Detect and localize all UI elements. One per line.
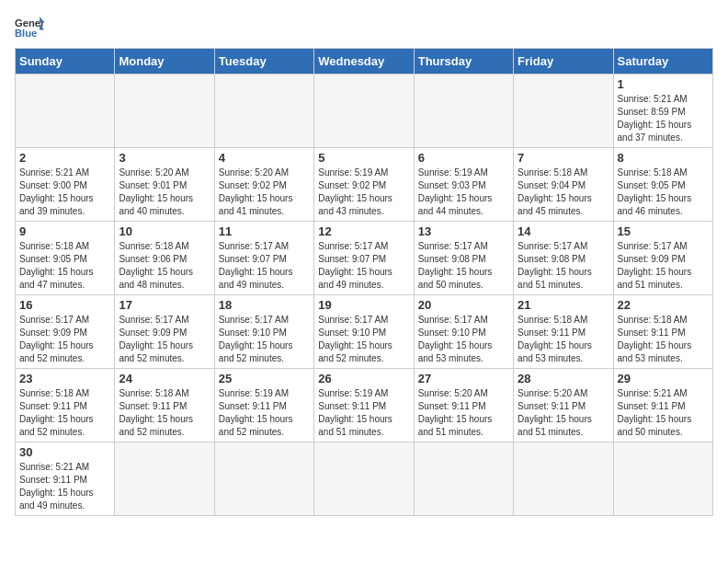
calendar-cell: 13Sunrise: 5:17 AM Sunset: 9:08 PM Dayli… bbox=[414, 222, 513, 295]
day-info: Sunrise: 5:21 AM Sunset: 9:11 PM Dayligh… bbox=[618, 387, 709, 439]
calendar-cell: 9Sunrise: 5:18 AM Sunset: 9:05 PM Daylig… bbox=[16, 222, 115, 295]
weekday-header-friday: Friday bbox=[514, 49, 613, 75]
day-number: 15 bbox=[618, 224, 709, 238]
day-info: Sunrise: 5:21 AM Sunset: 8:59 PM Dayligh… bbox=[618, 93, 709, 144]
calendar-cell: 4Sunrise: 5:20 AM Sunset: 9:02 PM Daylig… bbox=[214, 148, 313, 222]
day-info: Sunrise: 5:18 AM Sunset: 9:11 PM Dayligh… bbox=[618, 314, 709, 365]
weekday-header-thursday: Thursday bbox=[414, 49, 513, 75]
day-number: 30 bbox=[19, 445, 110, 459]
day-number: 14 bbox=[518, 224, 609, 238]
calendar-cell bbox=[414, 442, 513, 516]
day-info: Sunrise: 5:18 AM Sunset: 9:04 PM Dayligh… bbox=[518, 167, 609, 218]
day-number: 18 bbox=[219, 298, 310, 312]
svg-text:Blue: Blue bbox=[15, 28, 37, 39]
calendar-cell: 10Sunrise: 5:18 AM Sunset: 9:06 PM Dayli… bbox=[115, 222, 214, 295]
calendar-cell bbox=[214, 75, 313, 148]
day-number: 21 bbox=[518, 298, 609, 312]
day-number: 17 bbox=[119, 298, 210, 312]
day-number: 23 bbox=[19, 372, 110, 385]
day-info: Sunrise: 5:17 AM Sunset: 9:08 PM Dayligh… bbox=[418, 240, 509, 292]
logo: General Blue bbox=[15, 15, 48, 40]
day-number: 2 bbox=[19, 151, 110, 165]
calendar-cell bbox=[115, 442, 214, 516]
calendar-cell bbox=[514, 442, 613, 516]
day-number: 1 bbox=[618, 77, 709, 91]
day-info: Sunrise: 5:17 AM Sunset: 9:08 PM Dayligh… bbox=[518, 240, 609, 292]
day-info: Sunrise: 5:19 AM Sunset: 9:11 PM Dayligh… bbox=[219, 387, 310, 439]
day-info: Sunrise: 5:18 AM Sunset: 9:05 PM Dayligh… bbox=[19, 240, 110, 292]
calendar-cell bbox=[414, 75, 513, 148]
calendar-cell bbox=[314, 442, 414, 516]
calendar-cell: 30Sunrise: 5:21 AM Sunset: 9:11 PM Dayli… bbox=[16, 442, 115, 516]
day-number: 8 bbox=[618, 151, 709, 165]
day-info: Sunrise: 5:20 AM Sunset: 9:11 PM Dayligh… bbox=[518, 387, 609, 439]
calendar-cell bbox=[214, 442, 313, 516]
day-info: Sunrise: 5:17 AM Sunset: 9:09 PM Dayligh… bbox=[119, 314, 210, 365]
day-number: 3 bbox=[119, 151, 210, 165]
calendar-cell: 24Sunrise: 5:18 AM Sunset: 9:11 PM Dayli… bbox=[115, 369, 214, 442]
weekday-header-sunday: Sunday bbox=[16, 49, 115, 75]
calendar-cell: 17Sunrise: 5:17 AM Sunset: 9:09 PM Dayli… bbox=[115, 295, 214, 369]
day-number: 11 bbox=[219, 224, 310, 238]
calendar-cell: 2Sunrise: 5:21 AM Sunset: 9:00 PM Daylig… bbox=[16, 148, 115, 222]
weekday-header-monday: Monday bbox=[115, 49, 214, 75]
day-number: 27 bbox=[418, 372, 509, 385]
day-number: 26 bbox=[318, 372, 409, 385]
day-info: Sunrise: 5:19 AM Sunset: 9:03 PM Dayligh… bbox=[418, 167, 509, 218]
calendar-table: SundayMondayTuesdayWednesdayThursdayFrid… bbox=[15, 48, 713, 516]
calendar-header: SundayMondayTuesdayWednesdayThursdayFrid… bbox=[16, 49, 713, 75]
day-info: Sunrise: 5:17 AM Sunset: 9:07 PM Dayligh… bbox=[219, 240, 310, 292]
day-number: 16 bbox=[19, 298, 110, 312]
day-info: Sunrise: 5:20 AM Sunset: 9:02 PM Dayligh… bbox=[219, 167, 310, 218]
day-number: 5 bbox=[318, 151, 409, 165]
calendar-cell: 26Sunrise: 5:19 AM Sunset: 9:11 PM Dayli… bbox=[314, 369, 414, 442]
page-header: General Blue bbox=[15, 15, 713, 40]
calendar-cell: 14Sunrise: 5:17 AM Sunset: 9:08 PM Dayli… bbox=[514, 222, 613, 295]
day-number: 6 bbox=[418, 151, 509, 165]
day-number: 20 bbox=[418, 298, 509, 312]
calendar-cell: 16Sunrise: 5:17 AM Sunset: 9:09 PM Dayli… bbox=[16, 295, 115, 369]
day-number: 22 bbox=[618, 298, 709, 312]
day-info: Sunrise: 5:18 AM Sunset: 9:05 PM Dayligh… bbox=[618, 167, 709, 218]
day-number: 7 bbox=[518, 151, 609, 165]
calendar-cell: 21Sunrise: 5:18 AM Sunset: 9:11 PM Dayli… bbox=[514, 295, 613, 369]
day-number: 10 bbox=[119, 224, 210, 238]
day-info: Sunrise: 5:18 AM Sunset: 9:11 PM Dayligh… bbox=[119, 387, 210, 439]
calendar-cell bbox=[613, 442, 712, 516]
day-info: Sunrise: 5:18 AM Sunset: 9:06 PM Dayligh… bbox=[119, 240, 210, 292]
day-info: Sunrise: 5:18 AM Sunset: 9:11 PM Dayligh… bbox=[19, 387, 110, 439]
calendar-cell: 6Sunrise: 5:19 AM Sunset: 9:03 PM Daylig… bbox=[414, 148, 513, 222]
calendar-cell: 23Sunrise: 5:18 AM Sunset: 9:11 PM Dayli… bbox=[16, 369, 115, 442]
day-number: 12 bbox=[318, 224, 409, 238]
calendar-cell bbox=[314, 75, 414, 148]
calendar-cell: 25Sunrise: 5:19 AM Sunset: 9:11 PM Dayli… bbox=[214, 369, 313, 442]
day-number: 19 bbox=[318, 298, 409, 312]
day-number: 29 bbox=[618, 372, 709, 385]
day-number: 9 bbox=[19, 224, 110, 238]
day-info: Sunrise: 5:17 AM Sunset: 9:10 PM Dayligh… bbox=[418, 314, 509, 365]
calendar-cell: 29Sunrise: 5:21 AM Sunset: 9:11 PM Dayli… bbox=[613, 369, 712, 442]
day-info: Sunrise: 5:17 AM Sunset: 9:10 PM Dayligh… bbox=[219, 314, 310, 365]
day-number: 4 bbox=[219, 151, 310, 165]
calendar-cell: 27Sunrise: 5:20 AM Sunset: 9:11 PM Dayli… bbox=[414, 369, 513, 442]
calendar-cell: 8Sunrise: 5:18 AM Sunset: 9:05 PM Daylig… bbox=[613, 148, 712, 222]
calendar-cell: 28Sunrise: 5:20 AM Sunset: 9:11 PM Dayli… bbox=[514, 369, 613, 442]
day-info: Sunrise: 5:21 AM Sunset: 9:11 PM Dayligh… bbox=[19, 461, 110, 512]
calendar-cell: 19Sunrise: 5:17 AM Sunset: 9:10 PM Dayli… bbox=[314, 295, 414, 369]
weekday-header-wednesday: Wednesday bbox=[314, 49, 414, 75]
calendar-cell: 1Sunrise: 5:21 AM Sunset: 8:59 PM Daylig… bbox=[613, 75, 712, 148]
calendar-cell: 18Sunrise: 5:17 AM Sunset: 9:10 PM Dayli… bbox=[214, 295, 313, 369]
calendar-cell: 7Sunrise: 5:18 AM Sunset: 9:04 PM Daylig… bbox=[514, 148, 613, 222]
weekday-header-tuesday: Tuesday bbox=[214, 49, 313, 75]
calendar-cell: 22Sunrise: 5:18 AM Sunset: 9:11 PM Dayli… bbox=[613, 295, 712, 369]
day-number: 25 bbox=[219, 372, 310, 385]
day-info: Sunrise: 5:20 AM Sunset: 9:11 PM Dayligh… bbox=[418, 387, 509, 439]
calendar-body: 1Sunrise: 5:21 AM Sunset: 8:59 PM Daylig… bbox=[16, 75, 713, 516]
calendar-cell bbox=[514, 75, 613, 148]
calendar-cell: 5Sunrise: 5:19 AM Sunset: 9:02 PM Daylig… bbox=[314, 148, 414, 222]
calendar-cell: 3Sunrise: 5:20 AM Sunset: 9:01 PM Daylig… bbox=[115, 148, 214, 222]
day-info: Sunrise: 5:18 AM Sunset: 9:11 PM Dayligh… bbox=[518, 314, 609, 365]
weekday-header-saturday: Saturday bbox=[613, 49, 712, 75]
day-number: 24 bbox=[119, 372, 210, 385]
day-info: Sunrise: 5:17 AM Sunset: 9:09 PM Dayligh… bbox=[618, 240, 709, 292]
